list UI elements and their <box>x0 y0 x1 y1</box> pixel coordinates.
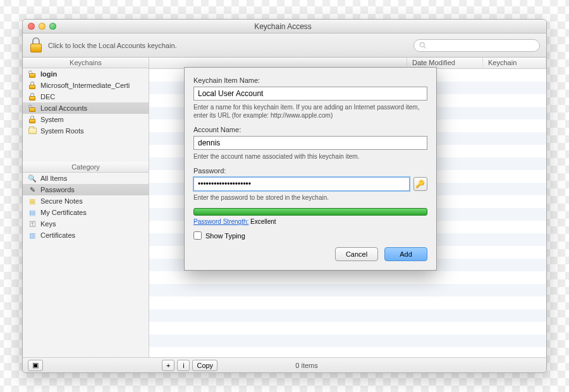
sidebar-item-label: Microsoft_Intermediate_Certi <box>40 82 130 89</box>
lock-message: Click to lock the Local Accounts keychai… <box>48 42 177 49</box>
sidebar-item-label: login <box>40 70 57 78</box>
sidebar-item-local-accounts[interactable]: Local Accounts <box>23 102 149 114</box>
category-header: Category <box>23 162 149 173</box>
list-row <box>149 322 546 334</box>
category-certificates[interactable]: ▥ Certificates <box>23 230 149 241</box>
sidebar-item-label: My Certificates <box>40 209 87 216</box>
password-input[interactable] <box>193 177 410 191</box>
app-window: Keychain Access Click to lock the Local … <box>22 19 547 373</box>
strength-meter <box>193 208 427 216</box>
password-assistant-button[interactable]: 🔑 <box>413 177 427 191</box>
show-typing-checkbox[interactable] <box>193 231 202 240</box>
close-icon[interactable] <box>28 23 35 30</box>
item-count: 0 items <box>220 362 393 369</box>
search-input[interactable] <box>429 42 534 49</box>
show-pane-button[interactable]: ▣ <box>28 360 43 371</box>
password-label: Password: <box>193 167 427 175</box>
copy-button[interactable]: Copy <box>192 360 217 371</box>
window-title: Keychain Access <box>56 22 510 31</box>
keys-icon: ⚿ <box>28 219 37 228</box>
lock-open-icon <box>28 70 37 78</box>
category-keys[interactable]: ⚿ Keys <box>23 218 149 230</box>
list-row <box>149 334 546 347</box>
svg-point-0 <box>420 42 424 47</box>
sidebar-item-system-roots[interactable]: System Roots <box>23 125 149 137</box>
item-name-help: Enter a name for this keychain item. If … <box>193 103 427 119</box>
sidebar-item-label: Local Accounts <box>40 104 87 112</box>
all-items-icon: 🔍 <box>28 174 37 183</box>
footer: ▣ + i Copy 0 items <box>23 357 546 372</box>
list-row <box>149 309 546 322</box>
sidebar-item-label: Passwords <box>40 186 75 193</box>
sidebar-item-label: Certificates <box>40 231 75 239</box>
show-typing-label: Show Typing <box>205 232 245 240</box>
list-row <box>149 284 546 297</box>
category-passwords[interactable]: ✎ Passwords <box>23 184 149 195</box>
note-icon: ▦ <box>28 197 37 205</box>
info-button[interactable]: i <box>177 360 190 371</box>
cancel-button[interactable]: Cancel <box>335 247 378 261</box>
lock-icon <box>28 81 37 90</box>
lock-icon <box>28 92 37 101</box>
add-button[interactable]: Add <box>384 247 427 261</box>
account-name-label: Account Name: <box>193 126 427 133</box>
sidebar-item-label: System <box>40 116 64 123</box>
folder-icon <box>28 126 37 135</box>
svg-line-1 <box>424 47 426 49</box>
new-item-dialog: Keychain Item Name: Enter a name for thi… <box>184 67 437 271</box>
category-list: 🔍 All Items ✎ Passwords ▦ Secure Notes ▤… <box>23 173 149 241</box>
list-row <box>149 271 546 284</box>
minimize-icon[interactable] <box>39 23 46 30</box>
my-cert-icon: ▤ <box>28 208 37 217</box>
search-icon <box>419 42 426 49</box>
toolbar: Click to lock the Local Accounts keychai… <box>23 34 546 58</box>
search-field[interactable] <box>413 39 540 52</box>
sidebar-item-label: All Items <box>40 175 67 182</box>
item-name-input[interactable] <box>193 87 427 101</box>
titlebar: Keychain Access <box>23 20 546 34</box>
sidebar-item-microsoft[interactable]: Microsoft_Intermediate_Certi <box>23 80 149 91</box>
category-my-certificates[interactable]: ▤ My Certificates <box>23 207 149 218</box>
sidebar-item-label: Keys <box>40 220 56 228</box>
passwords-icon: ✎ <box>28 185 37 194</box>
sidebar: Keychains login Microsoft_Intermediate_C… <box>23 58 149 357</box>
category-secure-notes[interactable]: ▦ Secure Notes <box>23 195 149 207</box>
col-keychain[interactable]: Keychain <box>483 58 546 68</box>
keychains-list: login Microsoft_Intermediate_Certi DEC L… <box>23 68 149 137</box>
keychains-header: Keychains <box>23 58 149 68</box>
sidebar-item-system[interactable]: System <box>23 114 149 125</box>
account-name-help: Enter the account name associated with t… <box>193 152 427 161</box>
strength-link[interactable]: Password Strength: <box>193 218 248 225</box>
cert-icon: ▥ <box>28 231 37 240</box>
key-icon: 🔑 <box>415 180 425 188</box>
lock-open-icon <box>28 104 37 113</box>
lock-icon[interactable] <box>29 37 43 54</box>
account-name-input[interactable] <box>193 136 427 150</box>
category-all-items[interactable]: 🔍 All Items <box>23 173 149 184</box>
strength-value: Excellent <box>250 218 276 225</box>
lock-icon <box>28 115 37 124</box>
sidebar-item-label: System Roots <box>40 127 83 135</box>
add-button[interactable]: + <box>162 360 174 371</box>
list-row <box>149 297 546 309</box>
sidebar-item-label: DEC <box>40 93 55 101</box>
password-help: Enter the password to be stored in the k… <box>193 193 427 202</box>
item-name-label: Keychain Item Name: <box>193 77 427 84</box>
strength-row: Password Strength: Excellent <box>193 218 427 225</box>
sidebar-item-label: Secure Notes <box>40 197 83 205</box>
zoom-icon[interactable] <box>49 23 56 30</box>
sidebar-item-dec[interactable]: DEC <box>23 91 149 102</box>
traffic-lights <box>28 23 56 30</box>
sidebar-item-login[interactable]: login <box>23 68 149 80</box>
